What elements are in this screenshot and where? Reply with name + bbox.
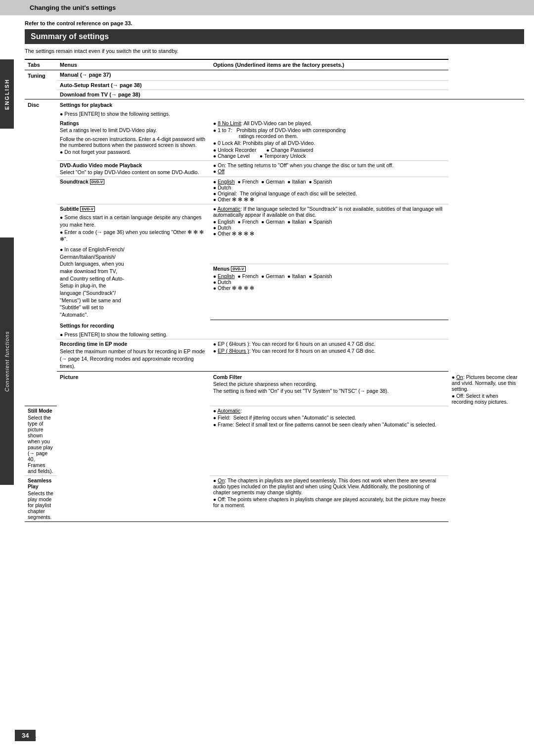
tab-empty2 [25, 90, 57, 99]
menu-subtitle-body: Subtitle DVD-V ● Some discs start in a c… [57, 204, 210, 320]
page-footer: 34 [0, 730, 534, 741]
table-row: Tuning Manual (→ page 37) [25, 70, 524, 81]
menu-recording-ep: Recording time in EP mode Select the max… [57, 339, 210, 372]
options-ratings: ● 8 No Limit: All DVD-Video can be playe… [210, 119, 448, 161]
options-recording-ep: ● EP ( 6Hours ): You can record for 6 ho… [210, 339, 448, 372]
table-row: DVD-Audio Video mode Playback Select "On… [25, 160, 524, 177]
options-subtitle: ● Automatic: If the language selected fo… [210, 204, 448, 264]
options-dvd-audio: ● On: The setting returns to "Off" when … [210, 160, 448, 177]
main-content: Refer to the control reference on page 3… [15, 15, 534, 532]
page-title: Changing the unit's settings [30, 4, 116, 11]
side-label-english: ENGLISH [0, 59, 14, 129]
col-header-tabs: Tabs [25, 59, 57, 70]
page-number: 34 [15, 730, 36, 741]
press-enter-recording: ● Press [ENTER] to show the following se… [57, 330, 448, 339]
table-row: Ratings Set a ratings level to limit DVD… [25, 119, 524, 161]
table-row: ● Press [ENTER] to show the following se… [25, 109, 524, 119]
section-playback-header: Settings for playback [57, 99, 448, 109]
press-enter-playback: ● Press [ENTER] to show the following se… [57, 109, 448, 119]
empty-cell [210, 314, 448, 320]
table-row: Picture Comb Filter Select the picture s… [25, 372, 524, 406]
options-still-mode: ● Automatic: ● Field: Select if jitterin… [210, 406, 448, 476]
table-row: Recording time in EP mode Select the max… [25, 339, 524, 372]
tab-tuning: Tuning [25, 70, 57, 81]
col-header-options: Options (Underlined items are the factor… [210, 59, 448, 70]
menu-download: Download from TV (→ page 38) [57, 90, 210, 99]
table-row: Subtitle DVD-V ● Some discs start in a c… [25, 204, 524, 264]
table-row: Auto-Setup Restart (→ page 38) [25, 80, 524, 90]
ref-text: Refer to the control reference on page 3… [25, 20, 524, 26]
menu-still-mode: Still Mode Select the type of picture sh… [25, 406, 57, 476]
table-row: Settings for recording [25, 320, 524, 331]
options-menus: Menus DVD-V ● English ● French ● German … [210, 264, 448, 314]
col-header-menus: Menus [57, 59, 210, 70]
menu-autosetup: Auto-Setup Restart (→ page 38) [57, 80, 210, 90]
menu-comb-filter: Comb Filter Select the picture sharpness… [210, 372, 448, 406]
table-row: Soundtrack DVD-V ● English ● French ● Ge… [25, 177, 524, 204]
menu-dvd-audio: DVD-Audio Video mode Playback Select "On… [57, 160, 210, 177]
menu-manual: Manual (→ page 37) [57, 70, 210, 81]
options-autosetup [210, 80, 448, 90]
dvd-v-badge-menus: DVD-V [231, 266, 245, 272]
options-soundtrack: ● English ● French ● German ● Italian ● … [210, 177, 448, 204]
dvd-v-badge-soundtrack: DVD-V [90, 179, 104, 185]
tab-empty [25, 80, 57, 90]
options-comb-filter: ● On: Pictures become clear and vivid. N… [448, 372, 524, 406]
options-manual [210, 70, 448, 81]
settings-table: Tabs Menus Options (Underlined items are… [25, 59, 524, 522]
tab-picture: Picture [57, 372, 210, 522]
options-download [210, 90, 448, 99]
table-row: Download from TV (→ page 38) [25, 90, 524, 99]
tab-disc: Disc [25, 99, 57, 406]
options-seamless-play: ● On: The chapters in playlists are play… [210, 476, 448, 522]
page-header: Changing the unit's settings [0, 0, 534, 15]
menu-seamless-play: Seamless Play Selects the play mode for … [25, 476, 57, 522]
section-recording-header: Settings for recording [57, 320, 448, 331]
menu-ratings: Ratings Set a ratings level to limit DVD… [57, 119, 210, 161]
section-title: Summary of settings [25, 29, 524, 44]
side-label-convenient: Convenient functions [0, 237, 14, 485]
menu-soundtrack: Soundtrack DVD-V [57, 177, 210, 204]
intro-text: The settings remain intact even if you s… [25, 48, 524, 54]
dvd-v-badge-subtitle: DVD-V [80, 206, 94, 212]
table-row: ● Press [ENTER] to show the following se… [25, 330, 524, 339]
table-row: Disc Settings for playback [25, 99, 524, 109]
